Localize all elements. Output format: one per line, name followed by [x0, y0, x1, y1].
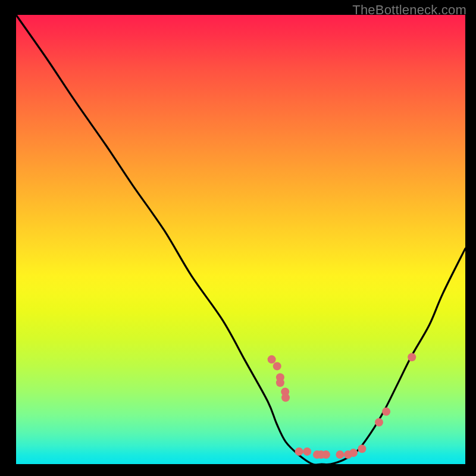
- curve-marker: [336, 450, 344, 459]
- curve-marker: [276, 378, 284, 387]
- curve-marker: [273, 362, 281, 370]
- curve-marker: [295, 447, 303, 456]
- curve-svg: [16, 15, 465, 464]
- curve-marker: [382, 408, 390, 416]
- curve-marker: [268, 355, 276, 364]
- bottleneck-curve: [16, 15, 465, 465]
- curve-marker: [349, 449, 358, 457]
- curve-marker: [303, 447, 311, 456]
- plot-area: [16, 15, 465, 464]
- curve-marker: [322, 450, 330, 459]
- curve-markers: [268, 353, 416, 459]
- curve-marker: [375, 418, 383, 427]
- curve-marker: [281, 393, 290, 402]
- curve-marker: [358, 444, 366, 453]
- curve-marker: [408, 353, 416, 361]
- chart-container: TheBottleneck.com: [0, 0, 476, 476]
